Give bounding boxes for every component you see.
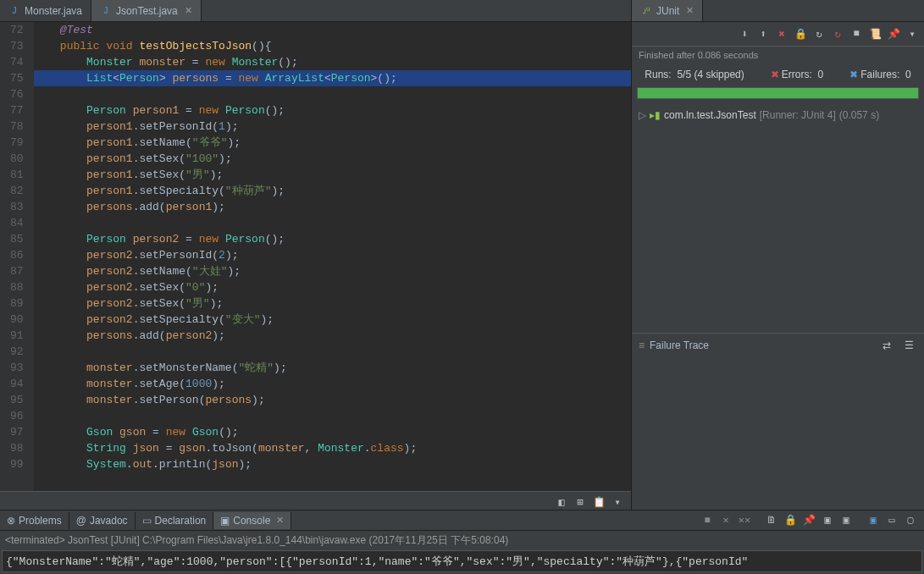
test-run-icon: ▸▮ [650,109,661,121]
code-line[interactable]: person2.setSpecialty("变大"); [34,312,631,328]
rerun-icon[interactable]: ↻ [811,25,827,42]
declaration-icon: ▭ [142,515,152,527]
show-failures-icon[interactable]: ✖ [773,25,790,42]
console-status: <terminated> JsonTest [JUnit] C:\Program… [0,531,924,550]
code-line[interactable]: List<Person> persons = new ArrayList<Per… [34,70,631,86]
menu-icon[interactable]: ▾ [904,25,921,42]
code-line[interactable]: Person person1 = new Person(); [34,102,631,119]
tab-label: JsonTest.java [116,5,178,17]
code-line[interactable]: Person person2 = new Person(); [34,231,631,247]
bottom-tab-console[interactable]: ▣Console✕ [213,512,291,529]
code-line[interactable]: monster.setAge(1000); [34,376,631,392]
tree-runner-label: [Runner: JUnit 4] [760,109,836,121]
failure-trace-header: ≡ Failure Trace ⇄ ☰ [632,333,924,357]
editor-tab[interactable]: JMonster.java [0,0,91,21]
editor-tabs: JMonster.javaJJsonTest.java✕ [0,0,631,22]
code-line[interactable] [34,408,631,424]
next-failure-icon[interactable]: ⬆ [755,25,772,42]
expand-icon[interactable]: ▷ [639,109,646,121]
failure-trace-icon: ≡ [639,339,645,351]
code-line[interactable]: Monster monster = new Monster(); [34,54,631,70]
code-line[interactable] [34,86,631,102]
editor-lower-toolbar: ◧ ⊞ 📋 ▾ [0,491,631,510]
toolbar-icon[interactable]: ▾ [609,494,626,511]
javadoc-icon: @ [76,515,86,527]
junit-status-text: Finished after 0.086 seconds [632,47,924,63]
code-line[interactable]: person1.setSpecialty("种葫芦"); [34,183,631,199]
code-line[interactable]: String json = gson.toJson(monster, Monst… [34,440,631,456]
remove-all-icon[interactable]: ✕✕ [736,512,753,529]
line-gutter: 7273747576777879808182838485868788899091… [0,22,34,491]
editor-panel: JMonster.javaJJsonTest.java✕ 72737475767… [0,0,632,510]
editor-tab[interactable]: JJsonTest.java✕ [91,0,202,21]
errors-metric: ✖ Errors: 0 [771,69,824,80]
failure-trace-body [632,357,924,510]
toolbar-icon[interactable]: ◧ [553,494,570,511]
code-line[interactable] [34,344,631,360]
pin-console-icon[interactable]: 📌 [800,512,817,529]
toolbar-icon[interactable]: ⊞ [572,494,589,511]
tab-label: Console [233,515,270,527]
code-line[interactable] [34,215,631,231]
test-progress-bar [637,87,919,99]
tree-item[interactable]: ▷ ▸▮ com.ln.test.JsonTest [Runner: JUnit… [639,109,917,121]
bottom-panel: ⊗Problems@Javadoc▭Declaration▣Console✕ ■… [0,510,924,574]
prev-failure-icon[interactable]: ⬇ [736,25,753,42]
close-icon[interactable]: ✕ [276,515,284,526]
compare-icon[interactable]: ⇄ [878,337,895,354]
code-line[interactable]: person1.setPersonId(1); [34,119,631,135]
code-line[interactable]: monster.setMonsterName("蛇精"); [34,360,631,376]
code-line[interactable]: person1.setSex("100"); [34,151,631,167]
scroll-lock-icon[interactable]: 🔒 [782,512,799,529]
code-line[interactable]: monster.setPerson(persons); [34,392,631,408]
close-icon[interactable]: ✕ [185,5,192,16]
tab-label: Monster.java [25,5,82,17]
clear-console-icon[interactable]: 🗎 [763,512,780,529]
console-output[interactable]: {"MonsterName":"蛇精","age":1000,"person":… [2,550,922,572]
bottom-tab-problems[interactable]: ⊗Problems [0,512,69,529]
console-icon: ▣ [220,515,230,527]
junit-panel: ᴊᵁ JUnit ✕ ⬇ ⬆ ✖ 🔒 ↻ ↻ ■ 📜 📌 ▾ Finished … [632,0,924,510]
junit-tree[interactable]: ▷ ▸▮ com.ln.test.JsonTest [Runner: JUnit… [632,106,924,333]
code-line[interactable]: System.out.println(json); [34,456,631,472]
filter-icon[interactable]: ☰ [900,337,917,354]
close-icon[interactable]: ✕ [686,5,694,16]
remove-launch-icon[interactable]: ✕ [717,512,734,529]
tab-label: Problems [19,515,62,527]
java-file-icon: J [8,5,20,17]
open-console-icon[interactable]: ▣ [838,512,855,529]
stop-icon[interactable]: ■ [848,25,865,42]
code-line[interactable]: Gson gson = new Gson(); [34,424,631,440]
code-line[interactable]: persons.add(person1); [34,199,631,215]
tab-junit[interactable]: ᴊᵁ JUnit ✕ [632,0,703,21]
rerun-failed-icon[interactable]: ↻ [829,25,846,42]
code-content[interactable]: @Test public void testObjectsToJson(){ M… [34,22,631,491]
code-line[interactable]: person1.setName("爷爷"); [34,135,631,151]
code-line[interactable]: person2.setSex("男"); [34,295,631,312]
pin-icon[interactable]: 📌 [885,25,902,42]
scroll-lock-icon[interactable]: 🔒 [792,25,809,42]
code-line[interactable]: public void testObjectsToJson(){ [34,38,631,54]
tree-item-label: com.ln.test.JsonTest [664,109,756,121]
max-icon[interactable]: ▢ [902,512,919,529]
junit-icon: ᴊᵁ [640,5,652,17]
code-line[interactable]: person2.setPersonId(2); [34,247,631,263]
tab-label: Javadoc [90,515,128,527]
toolbar-icon[interactable]: 📋 [590,494,607,511]
failures-metric: ✖ Failures: 0 [849,69,911,80]
bottom-tab-declaration[interactable]: ▭Declaration [136,512,214,529]
terminate-icon[interactable]: ■ [699,512,716,529]
tab-label: Declaration [155,515,207,527]
code-line[interactable]: person2.setSex("0"); [34,279,631,295]
tree-time: (0.057 s) [839,109,879,121]
min-icon[interactable]: ▭ [883,512,900,529]
history-icon[interactable]: 📜 [866,25,883,42]
code-line[interactable]: person1.setSex("男"); [34,167,631,183]
display-selected-icon[interactable]: ▣ [819,512,836,529]
bottom-tab-javadoc[interactable]: @Javadoc [69,512,136,529]
tab-label: JUnit [656,5,679,17]
show-console-icon[interactable]: ▣ [865,512,882,529]
code-line[interactable]: person2.setName("大娃"); [34,263,631,279]
code-line[interactable]: persons.add(person2); [34,328,631,344]
code-line[interactable]: @Test [34,22,631,38]
